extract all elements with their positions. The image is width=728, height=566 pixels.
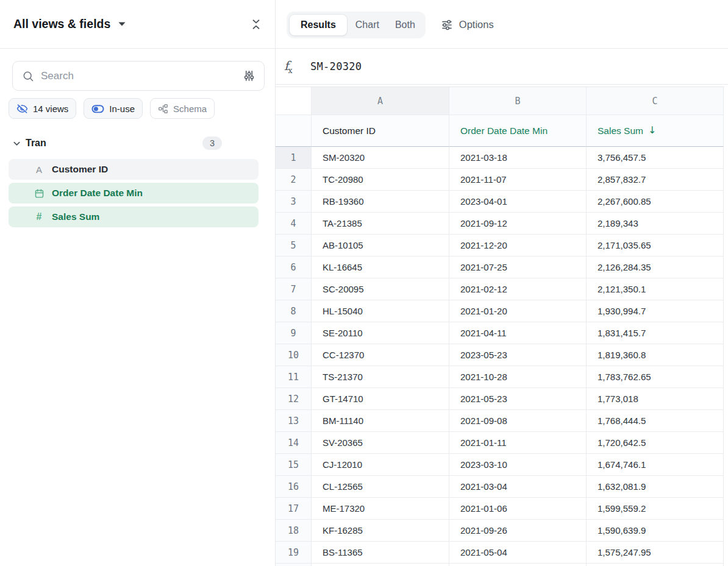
cell[interactable]: 1,930,994.7 xyxy=(587,300,724,322)
cell[interactable]: 1,783,762.65 xyxy=(587,366,724,388)
field-item-customer-id[interactable]: A Customer ID xyxy=(9,159,259,180)
cell[interactable]: ME-17320 xyxy=(312,498,449,520)
cell[interactable]: CC-12370 xyxy=(312,344,449,366)
row-number[interactable] xyxy=(276,564,312,566)
row-number[interactable]: 11 xyxy=(276,366,312,388)
row-number[interactable]: 10 xyxy=(276,344,312,366)
row-number[interactable]: 6 xyxy=(276,256,312,278)
cell[interactable]: 2021-01-11 xyxy=(449,432,587,454)
cell[interactable]: RB-19360 xyxy=(312,191,449,213)
cell[interactable]: KF-16285 xyxy=(312,520,449,542)
row-number[interactable]: 8 xyxy=(276,300,312,322)
cell[interactable]: 1,632,081.9 xyxy=(587,476,724,498)
cell[interactable]: 2,857,832.7 xyxy=(587,169,724,191)
row-number[interactable]: 14 xyxy=(276,432,312,454)
cell[interactable]: 1,819,360.8 xyxy=(587,344,724,366)
cell[interactable]: 2,171,035.65 xyxy=(587,235,724,256)
search-filter-icon[interactable] xyxy=(243,70,255,82)
cell[interactable] xyxy=(587,564,724,566)
row-number[interactable]: 2 xyxy=(276,169,312,191)
cell[interactable]: 2021-09-26 xyxy=(449,520,587,542)
column-header[interactable]: Customer ID xyxy=(312,115,449,147)
cell[interactable]: TA-21385 xyxy=(312,213,449,235)
field-item-order-date[interactable]: Order Date Date Min xyxy=(9,183,259,203)
tab-both[interactable]: Both xyxy=(387,14,423,36)
cell[interactable]: 1,599,559.2 xyxy=(587,498,724,520)
cell[interactable]: 2021-10-28 xyxy=(449,366,587,388)
cell[interactable]: 1,831,415.7 xyxy=(587,322,724,344)
row-number[interactable]: 19 xyxy=(276,542,312,564)
row-number[interactable]: 7 xyxy=(276,278,312,300)
cell[interactable]: 2021-04-11 xyxy=(449,322,587,344)
schema-filter-chip[interactable]: Schema xyxy=(150,98,215,119)
row-number[interactable]: 4 xyxy=(276,213,312,235)
cell[interactable]: BS-11365 xyxy=(312,542,449,564)
cell[interactable] xyxy=(449,564,587,566)
cell[interactable]: TC-20980 xyxy=(312,169,449,191)
cell[interactable]: 2021-12-20 xyxy=(449,235,587,256)
collapse-sidebar-button[interactable] xyxy=(251,19,262,30)
cell[interactable]: SM-20320 xyxy=(312,147,449,169)
cell[interactable]: TS-21370 xyxy=(312,366,449,388)
cell[interactable]: 2021-11-07 xyxy=(449,169,587,191)
column-letter-B[interactable]: B xyxy=(449,87,587,115)
tab-chart[interactable]: Chart xyxy=(348,14,387,36)
cell[interactable]: 2021-01-06 xyxy=(449,498,587,520)
in-use-filter-chip[interactable]: In-use xyxy=(84,98,143,119)
cell[interactable]: CJ-12010 xyxy=(312,454,449,476)
row-number[interactable]: 16 xyxy=(276,476,312,498)
cell[interactable]: CL-12565 xyxy=(312,476,449,498)
cell[interactable]: 1,590,639.9 xyxy=(587,520,724,542)
cell[interactable]: 2,126,284.35 xyxy=(587,256,724,278)
row-number[interactable]: 3 xyxy=(276,191,312,213)
cell[interactable]: 1,768,444.5 xyxy=(587,410,724,432)
cell[interactable]: 2,267,600.85 xyxy=(587,191,724,213)
row-number[interactable]: 15 xyxy=(276,454,312,476)
column-header[interactable]: Sales Sum↓ xyxy=(587,115,724,147)
row-number[interactable]: 1 xyxy=(276,147,312,169)
cell[interactable]: 2021-05-23 xyxy=(449,388,587,410)
cell[interactable]: 2023-05-23 xyxy=(449,344,587,366)
row-number[interactable]: 5 xyxy=(276,235,312,256)
cell[interactable]: 2021-07-25 xyxy=(449,256,587,278)
cell[interactable]: 2,189,343 xyxy=(587,213,724,235)
cell[interactable]: 2021-02-12 xyxy=(449,278,587,300)
cell[interactable]: 2021-01-20 xyxy=(449,300,587,322)
cell[interactable]: 1,575,247.95 xyxy=(587,542,724,564)
search-input[interactable] xyxy=(41,70,243,82)
views-filter-chip[interactable]: 14 views xyxy=(9,98,76,119)
cell[interactable]: 2021-09-08 xyxy=(449,410,587,432)
cell[interactable]: 1,773,018 xyxy=(587,388,724,410)
column-letter-A[interactable]: A xyxy=(312,87,449,115)
cell[interactable]: GT-14710 xyxy=(312,388,449,410)
table-section-header[interactable]: Tran 3 xyxy=(12,136,263,150)
options-button[interactable]: Options xyxy=(441,19,494,31)
cell[interactable]: 2023-04-01 xyxy=(449,191,587,213)
row-number[interactable]: 18 xyxy=(276,520,312,542)
views-dropdown[interactable]: All views & fields xyxy=(13,17,126,31)
formula-bar[interactable]: fx SM-20320 xyxy=(276,49,728,85)
row-number[interactable]: 9 xyxy=(276,322,312,344)
row-number[interactable]: 12 xyxy=(276,388,312,410)
cell[interactable]: 2021-05-04 xyxy=(449,542,587,564)
row-number[interactable]: 13 xyxy=(276,410,312,432)
column-letter-C[interactable]: C xyxy=(587,87,724,115)
cell[interactable]: 2021-09-12 xyxy=(449,213,587,235)
cell[interactable]: 2021-03-04 xyxy=(449,476,587,498)
cell[interactable]: 1,720,642.5 xyxy=(587,432,724,454)
cell[interactable]: 3,756,457.5 xyxy=(587,147,724,169)
cell[interactable]: 2,121,350.1 xyxy=(587,278,724,300)
cell[interactable]: HL-15040 xyxy=(312,300,449,322)
sheet-corner-cell[interactable] xyxy=(276,87,312,115)
cell[interactable]: SE-20110 xyxy=(312,322,449,344)
cell[interactable]: SC-20095 xyxy=(312,278,449,300)
cell[interactable]: KL-16645 xyxy=(312,256,449,278)
cell[interactable]: 2023-03-10 xyxy=(449,454,587,476)
cell[interactable]: SV-20365 xyxy=(312,432,449,454)
cell[interactable] xyxy=(312,564,449,566)
cell[interactable]: 2021-03-18 xyxy=(449,147,587,169)
column-header[interactable]: Order Date Date Min xyxy=(449,115,587,147)
row-number[interactable]: 17 xyxy=(276,498,312,520)
cell[interactable]: BM-11140 xyxy=(312,410,449,432)
search-box[interactable] xyxy=(12,61,265,91)
